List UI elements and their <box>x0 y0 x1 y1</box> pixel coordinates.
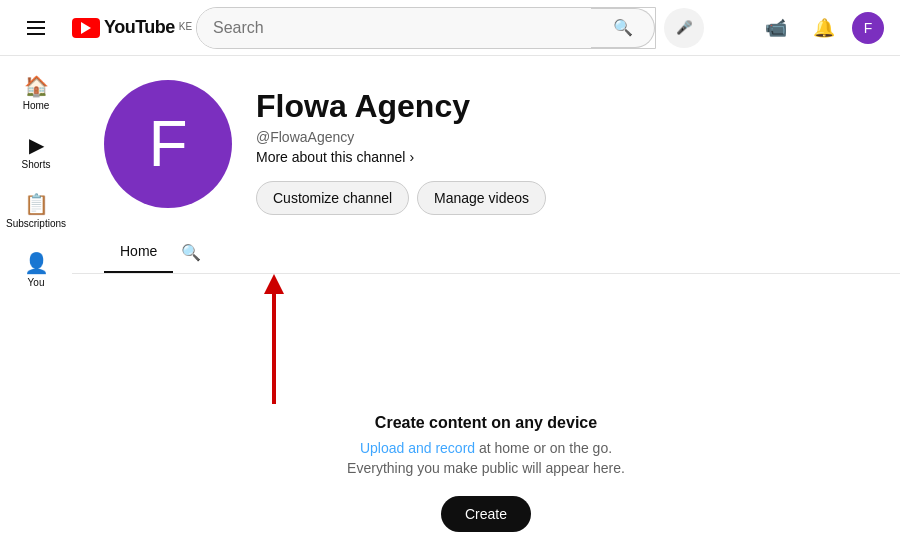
customize-channel-button[interactable]: Customize channel <box>256 181 409 215</box>
country-code: KE <box>179 21 192 32</box>
youtube-logo[interactable]: YouTube KE <box>72 17 192 38</box>
notifications-button[interactable]: 🔔 <box>804 8 844 48</box>
bell-icon: 🔔 <box>813 17 835 39</box>
topbar-left: YouTube KE <box>16 8 196 48</box>
empty-title: Create content on any device <box>375 414 597 432</box>
topbar-right: 📹 🔔 F <box>704 8 884 48</box>
avatar[interactable]: F <box>852 12 884 44</box>
channel-info: Flowa Agency @FlowaAgency More about thi… <box>256 80 546 215</box>
sidebar-item-home[interactable]: 🏠 Home <box>0 64 72 123</box>
you-icon: 👤 <box>24 253 49 273</box>
channel-actions: Customize channel Manage videos <box>256 181 546 215</box>
sidebar-item-shorts[interactable]: ▶ Shorts <box>0 123 72 182</box>
arrow-head <box>264 274 284 294</box>
create-button[interactable]: Create <box>441 496 531 532</box>
channel-tabs: Home 🔍 <box>72 231 900 274</box>
channel-more-text: More about this channel <box>256 149 405 165</box>
mic-icon: 🎤 <box>676 20 693 35</box>
channel-avatar-letter: F <box>148 107 187 181</box>
youtube-icon <box>72 18 100 38</box>
sidebar-label-subscriptions: Subscriptions <box>6 218 66 229</box>
subscriptions-icon: 📋 <box>24 194 49 214</box>
search-input[interactable] <box>197 8 591 48</box>
channel-more-link[interactable]: More about this channel › <box>256 149 546 165</box>
manage-videos-button[interactable]: Manage videos <box>417 181 546 215</box>
hamburger-icon <box>19 13 53 43</box>
search-form: 🔍 <box>196 7 656 49</box>
menu-button[interactable] <box>16 8 56 48</box>
channel-name: Flowa Agency <box>256 88 546 125</box>
empty-state: Create content on any device Upload and … <box>72 334 900 533</box>
search-area: 🔍 🎤 <box>196 7 704 49</box>
channel-handle: @FlowaAgency <box>256 129 546 145</box>
tab-home[interactable]: Home <box>104 231 173 273</box>
shorts-icon: ▶ <box>29 135 44 155</box>
sidebar-item-subscriptions[interactable]: 📋 Subscriptions <box>0 182 72 241</box>
sidebar-label-home: Home <box>23 100 50 111</box>
empty-subtitle-1: Upload and record at home or on the go. <box>360 440 612 456</box>
main-content: F Flowa Agency @FlowaAgency More about t… <box>72 56 900 533</box>
subtitle-text-2: at home or on the go. <box>479 440 612 456</box>
home-icon: 🏠 <box>24 76 49 96</box>
upload-record-link[interactable]: Upload and record <box>360 440 475 456</box>
camera-plus-icon: 📹 <box>765 17 787 39</box>
sidebar-item-you[interactable]: 👤 You <box>0 241 72 300</box>
youtube-wordmark: YouTube <box>104 17 175 38</box>
search-button[interactable]: 🔍 <box>591 8 655 48</box>
tab-search-button[interactable]: 🔍 <box>173 235 209 270</box>
create-video-button[interactable]: 📹 <box>756 8 796 48</box>
channel-header: F Flowa Agency @FlowaAgency More about t… <box>72 56 900 215</box>
empty-subtitle-2: Everything you make public will appear h… <box>347 460 625 476</box>
topbar: YouTube KE 🔍 🎤 📹 🔔 F <box>0 0 900 56</box>
mic-button[interactable]: 🎤 <box>664 8 704 48</box>
channel-avatar: F <box>104 80 232 208</box>
search-icon: 🔍 <box>613 18 633 37</box>
sidebar-label-shorts: Shorts <box>22 159 51 170</box>
sidebar-label-you: You <box>28 277 45 288</box>
sidebar: 🏠 Home ▶ Shorts 📋 Subscriptions 👤 You <box>0 56 72 533</box>
chevron-right-icon: › <box>409 149 414 165</box>
